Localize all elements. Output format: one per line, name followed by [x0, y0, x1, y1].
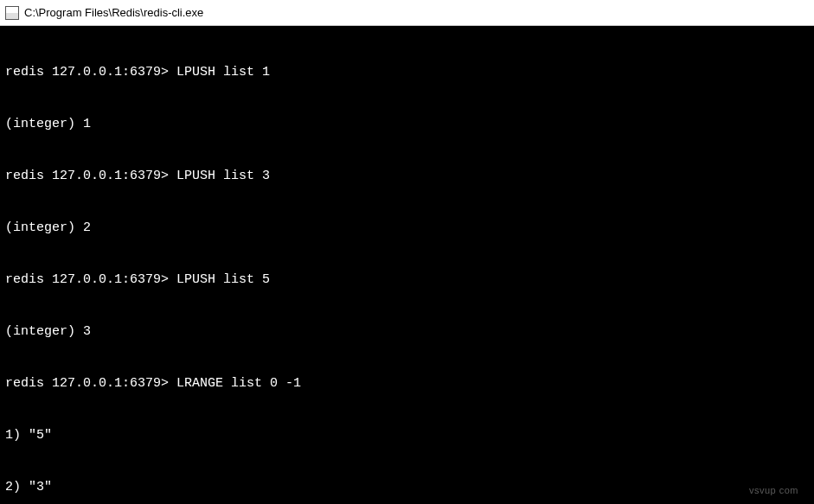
terminal-line: 1) "5": [5, 427, 809, 444]
terminal-line: (integer) 3: [5, 323, 809, 341]
terminal-line: redis 127.0.0.1:6379> LRANGE list 0 -1: [5, 375, 809, 392]
terminal-line: redis 127.0.0.1:6379> LPUSH list 5: [5, 271, 809, 289]
terminal-line: (integer) 2: [5, 220, 809, 237]
watermark: vsvup com: [749, 485, 798, 495]
app-icon: [5, 6, 19, 20]
window-title: C:\Program Files\Redis\redis-cli.exe: [24, 6, 203, 19]
terminal-line: redis 127.0.0.1:6379> LPUSH list 3: [5, 168, 809, 185]
terminal-line: redis 127.0.0.1:6379> LPUSH list 1: [5, 64, 809, 81]
terminal-line: 2) "3": [5, 479, 809, 496]
terminal-output[interactable]: redis 127.0.0.1:6379> LPUSH list 1 (inte…: [0, 26, 814, 504]
terminal-line: (integer) 1: [5, 116, 809, 133]
window-titlebar[interactable]: C:\Program Files\Redis\redis-cli.exe: [0, 0, 814, 26]
